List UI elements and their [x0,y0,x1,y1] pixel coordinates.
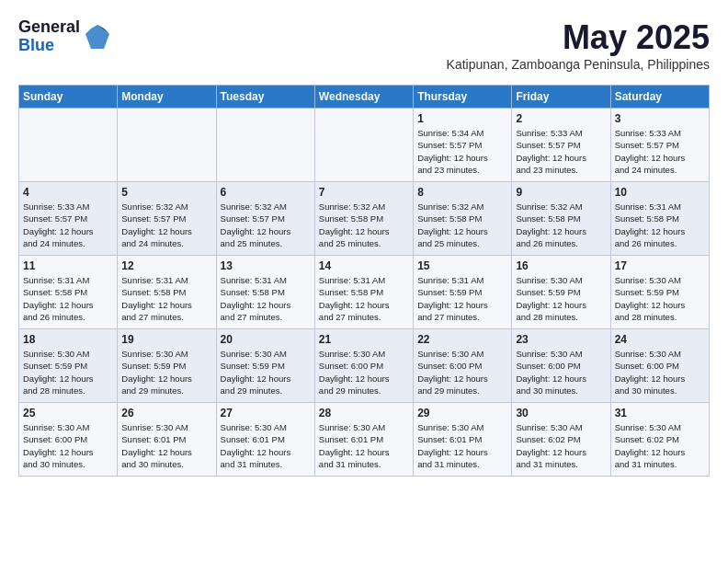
calendar-cell: 1Sunrise: 5:34 AM Sunset: 5:57 PM Daylig… [414,109,512,182]
day-info: Sunrise: 5:30 AM Sunset: 6:00 PM Dayligh… [615,348,705,396]
day-number: 22 [417,333,507,346]
day-info: Sunrise: 5:31 AM Sunset: 5:59 PM Dayligh… [417,274,507,323]
calendar-cell: 5Sunrise: 5:32 AM Sunset: 5:57 PM Daylig… [118,182,216,256]
day-number: 6 [221,186,311,199]
day-info: Sunrise: 5:30 AM Sunset: 5:59 PM Dayligh… [516,274,606,323]
day-info: Sunrise: 5:33 AM Sunset: 5:57 PM Dayligh… [615,127,705,176]
calendar-cell: 8Sunrise: 5:32 AM Sunset: 5:58 PM Daylig… [414,182,512,256]
day-info: Sunrise: 5:30 AM Sunset: 5:59 PM Dayligh… [615,274,705,323]
day-number: 25 [23,407,113,419]
calendar-cell: 23Sunrise: 5:30 AM Sunset: 6:00 PM Dayli… [512,329,610,403]
location-subtitle: Katipunan, Zamboanga Peninsula, Philippi… [447,57,710,72]
day-info: Sunrise: 5:34 AM Sunset: 5:57 PM Dayligh… [417,127,507,176]
calendar-cell: 10Sunrise: 5:31 AM Sunset: 5:58 PM Dayli… [610,182,709,256]
logo-blue: Blue [18,37,80,55]
day-number: 30 [516,407,606,419]
week-row: 11Sunrise: 5:31 AM Sunset: 5:58 PM Dayli… [19,256,710,329]
day-number: 15 [417,259,507,272]
calendar-cell: 6Sunrise: 5:32 AM Sunset: 5:57 PM Daylig… [216,182,314,256]
logo-icon [84,23,111,51]
calendar-cell: 17Sunrise: 5:30 AM Sunset: 5:59 PM Dayli… [610,256,709,329]
day-info: Sunrise: 5:30 AM Sunset: 6:02 PM Dayligh… [615,421,705,470]
day-info: Sunrise: 5:30 AM Sunset: 5:59 PM Dayligh… [221,348,311,396]
day-number: 16 [516,259,606,272]
day-number: 9 [516,186,606,199]
calendar-cell: 31Sunrise: 5:30 AM Sunset: 6:02 PM Dayli… [610,403,709,477]
calendar-cell: 27Sunrise: 5:30 AM Sunset: 6:01 PM Dayli… [216,403,314,477]
day-info: Sunrise: 5:32 AM Sunset: 5:58 PM Dayligh… [417,201,507,249]
day-number: 17 [615,259,705,272]
calendar-cell: 14Sunrise: 5:31 AM Sunset: 5:58 PM Dayli… [314,256,413,329]
calendar-cell: 21Sunrise: 5:30 AM Sunset: 6:00 PM Dayli… [314,329,413,403]
calendar-cell [19,109,118,182]
calendar-cell: 25Sunrise: 5:30 AM Sunset: 6:00 PM Dayli… [19,403,118,477]
day-number: 20 [221,333,311,346]
calendar-cell: 28Sunrise: 5:30 AM Sunset: 6:01 PM Dayli… [314,403,413,477]
col-header-sunday: Sunday [19,86,118,109]
week-row: 1Sunrise: 5:34 AM Sunset: 5:57 PM Daylig… [19,109,710,182]
day-number: 3 [615,112,705,125]
day-number: 5 [121,186,211,199]
calendar-cell: 18Sunrise: 5:30 AM Sunset: 5:59 PM Dayli… [19,329,118,403]
calendar-cell: 19Sunrise: 5:30 AM Sunset: 5:59 PM Dayli… [118,329,216,403]
col-header-saturday: Saturday [610,86,709,109]
logo-general: General [18,18,80,37]
page-header: General Blue May 2025 Katipunan, Zamboan… [18,18,710,81]
day-number: 7 [319,186,409,199]
day-number: 11 [23,259,113,272]
day-info: Sunrise: 5:30 AM Sunset: 6:01 PM Dayligh… [221,421,311,470]
day-number: 19 [121,333,211,346]
day-number: 1 [417,112,507,125]
calendar-table: SundayMondayTuesdayWednesdayThursdayFrid… [18,85,710,477]
day-number: 12 [121,259,211,272]
day-info: Sunrise: 5:30 AM Sunset: 6:02 PM Dayligh… [516,421,606,470]
day-info: Sunrise: 5:31 AM Sunset: 5:58 PM Dayligh… [319,274,409,323]
col-header-wednesday: Wednesday [314,86,413,109]
week-row: 18Sunrise: 5:30 AM Sunset: 5:59 PM Dayli… [19,329,710,403]
col-header-friday: Friday [512,86,610,109]
day-info: Sunrise: 5:30 AM Sunset: 6:01 PM Dayligh… [417,421,507,470]
calendar-cell: 15Sunrise: 5:31 AM Sunset: 5:59 PM Dayli… [414,256,512,329]
day-number: 4 [23,186,113,199]
week-row: 4Sunrise: 5:33 AM Sunset: 5:57 PM Daylig… [19,182,710,256]
calendar-cell: 7Sunrise: 5:32 AM Sunset: 5:58 PM Daylig… [314,182,413,256]
day-info: Sunrise: 5:32 AM Sunset: 5:57 PM Dayligh… [221,201,311,249]
day-info: Sunrise: 5:30 AM Sunset: 6:01 PM Dayligh… [319,421,409,470]
day-number: 28 [319,407,409,419]
day-info: Sunrise: 5:30 AM Sunset: 6:00 PM Dayligh… [516,348,606,396]
day-info: Sunrise: 5:30 AM Sunset: 6:00 PM Dayligh… [417,348,507,396]
calendar-cell: 16Sunrise: 5:30 AM Sunset: 5:59 PM Dayli… [512,256,610,329]
header-row: SundayMondayTuesdayWednesdayThursdayFrid… [19,86,710,109]
day-info: Sunrise: 5:30 AM Sunset: 5:59 PM Dayligh… [23,348,113,396]
day-number: 24 [615,333,705,346]
svg-marker-0 [85,25,109,49]
title-block: May 2025 Katipunan, Zamboanga Peninsula,… [447,18,710,81]
day-info: Sunrise: 5:31 AM Sunset: 5:58 PM Dayligh… [121,274,211,323]
calendar-cell: 3Sunrise: 5:33 AM Sunset: 5:57 PM Daylig… [610,109,709,182]
day-number: 2 [516,112,606,125]
col-header-tuesday: Tuesday [216,86,314,109]
day-info: Sunrise: 5:31 AM Sunset: 5:58 PM Dayligh… [221,274,311,323]
day-info: Sunrise: 5:30 AM Sunset: 6:00 PM Dayligh… [23,421,113,470]
month-title: May 2025 [447,18,710,57]
calendar-cell: 13Sunrise: 5:31 AM Sunset: 5:58 PM Dayli… [216,256,314,329]
calendar-cell: 11Sunrise: 5:31 AM Sunset: 5:58 PM Dayli… [19,256,118,329]
calendar-cell: 2Sunrise: 5:33 AM Sunset: 5:57 PM Daylig… [512,109,610,182]
calendar-cell: 29Sunrise: 5:30 AM Sunset: 6:01 PM Dayli… [414,403,512,477]
calendar-cell: 9Sunrise: 5:32 AM Sunset: 5:58 PM Daylig… [512,182,610,256]
day-info: Sunrise: 5:33 AM Sunset: 5:57 PM Dayligh… [516,127,606,176]
day-info: Sunrise: 5:30 AM Sunset: 6:01 PM Dayligh… [121,421,211,470]
calendar-cell [216,109,314,182]
col-header-thursday: Thursday [414,86,512,109]
day-number: 29 [417,407,507,419]
day-number: 31 [615,407,705,419]
day-number: 26 [121,407,211,419]
day-number: 18 [23,333,113,346]
calendar-cell: 22Sunrise: 5:30 AM Sunset: 6:00 PM Dayli… [414,329,512,403]
day-number: 10 [615,186,705,199]
day-info: Sunrise: 5:32 AM Sunset: 5:57 PM Dayligh… [121,201,211,249]
week-row: 25Sunrise: 5:30 AM Sunset: 6:00 PM Dayli… [19,403,710,477]
day-info: Sunrise: 5:32 AM Sunset: 5:58 PM Dayligh… [319,201,409,249]
day-info: Sunrise: 5:31 AM Sunset: 5:58 PM Dayligh… [23,274,113,323]
calendar-cell: 4Sunrise: 5:33 AM Sunset: 5:57 PM Daylig… [19,182,118,256]
